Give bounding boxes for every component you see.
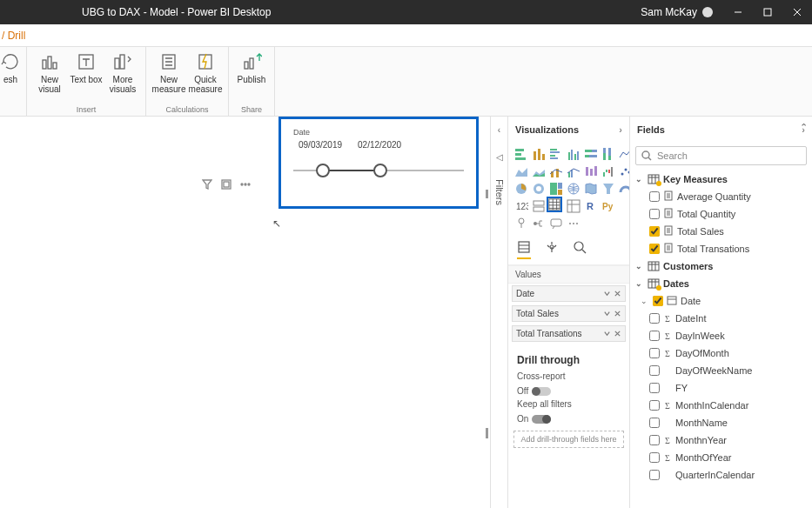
viz-treemap[interactable] xyxy=(548,181,564,197)
publish-button[interactable]: Publish xyxy=(234,49,269,84)
refresh-button[interactable]: esh xyxy=(0,49,21,84)
svg-rect-3 xyxy=(53,63,57,69)
table-customers[interactable]: ⌄ Customers xyxy=(630,257,812,275)
viz-combo2[interactable] xyxy=(566,164,581,179)
more-icon[interactable] xyxy=(240,177,251,193)
viz-r[interactable]: R xyxy=(583,198,599,214)
viz-100-bar[interactable] xyxy=(583,146,599,162)
viz-100-col[interactable] xyxy=(601,146,616,162)
close-button[interactable] xyxy=(782,0,812,24)
slicer-handle-start[interactable] xyxy=(316,164,330,177)
field-fy[interactable]: FY xyxy=(630,379,812,397)
filter-icon[interactable] xyxy=(202,177,212,193)
window-title: UBG to DAX - Model - Power BI Desktop xyxy=(82,6,271,18)
calc-icon xyxy=(663,208,674,220)
cross-report-toggle[interactable]: Off xyxy=(517,386,551,396)
viz-qa[interactable] xyxy=(548,216,564,231)
chevron-left-icon[interactable]: ‹ xyxy=(498,125,500,135)
viz-cluster-col[interactable] xyxy=(566,146,581,162)
minimize-button[interactable] xyxy=(723,0,753,24)
svg-rect-69 xyxy=(519,242,529,252)
well-total-transactions[interactable]: Total Transations xyxy=(512,325,626,342)
analytics-tab[interactable] xyxy=(573,240,587,259)
field-dayinweek[interactable]: ΣDayInWeek xyxy=(630,327,812,344)
slicer-from[interactable]: 09/03/2019 xyxy=(299,140,342,150)
drill-drop-zone[interactable]: Add drill-through fields here xyxy=(513,431,624,448)
viz-matrix[interactable] xyxy=(566,198,581,214)
viz-stacked-col[interactable] xyxy=(531,146,547,162)
viz-table-selected[interactable] xyxy=(547,197,562,212)
date-slicer[interactable]: Date 09/03/2019 02/12/2020 xyxy=(278,117,479,209)
ribbon: esh New visual Text box More visuals Ins… xyxy=(0,47,812,117)
keep-filters-toggle[interactable]: On xyxy=(517,414,551,424)
search-input[interactable]: Search xyxy=(635,146,807,165)
calc-icon xyxy=(663,190,674,203)
ribbon-group-calc: Calculations xyxy=(165,105,208,114)
viz-multi-card[interactable] xyxy=(531,198,547,214)
new-visual-button[interactable]: New visual xyxy=(32,49,67,94)
field-total-transactions[interactable]: Total Transations xyxy=(630,240,812,257)
svg-rect-1 xyxy=(43,60,46,69)
viz-area[interactable] xyxy=(513,164,529,179)
canvas-scrollbar[interactable] xyxy=(483,184,490,445)
sigma-icon: Σ xyxy=(663,453,672,463)
viz-py[interactable]: Py xyxy=(601,198,616,214)
quick-measure-button[interactable]: Quick measure xyxy=(188,49,223,94)
well-total-sales[interactable]: Total Sales xyxy=(512,305,626,322)
viz-map[interactable] xyxy=(566,181,581,197)
field-total-quantity[interactable]: Total Quantity xyxy=(630,205,812,223)
table-dates[interactable]: ⌄ Dates xyxy=(630,275,812,292)
fields-header[interactable]: Fields › xyxy=(630,117,812,143)
field-dateint[interactable]: ΣDateInt xyxy=(630,310,812,327)
viz-combo1[interactable] xyxy=(548,164,564,179)
svg-point-47 xyxy=(625,169,627,171)
collapse-chevron-icon[interactable]: ⌃ xyxy=(800,122,808,133)
well-date[interactable]: Date xyxy=(512,285,626,302)
format-tab[interactable] xyxy=(545,240,559,259)
field-dayofweekname[interactable]: DayOfWeekName xyxy=(630,362,812,379)
svg-rect-2 xyxy=(48,57,51,69)
user-name[interactable]: Sam McKay xyxy=(641,6,713,18)
slicer-handle-end[interactable] xyxy=(373,164,387,177)
viz-stacked-bar[interactable] xyxy=(513,146,529,162)
viz-waterfall[interactable] xyxy=(601,164,616,179)
maximize-button[interactable] xyxy=(753,0,782,24)
visualizations-header[interactable]: Visualizations › xyxy=(508,117,629,143)
focus-icon[interactable] xyxy=(221,177,232,193)
viz-funnel[interactable] xyxy=(601,181,616,197)
svg-rect-33 xyxy=(589,155,597,157)
viz-ribbon[interactable] xyxy=(583,164,599,179)
viz-cluster-bar[interactable] xyxy=(548,146,564,162)
viz-stacked-area[interactable] xyxy=(531,164,547,179)
report-canvas[interactable]: Date 09/03/2019 02/12/2020 ↖ xyxy=(0,117,490,508)
more-visuals-button[interactable]: More visuals xyxy=(105,49,140,94)
field-dayofmonth[interactable]: ΣDayOfMonth xyxy=(630,344,812,362)
field-date[interactable]: ⌄Date xyxy=(630,292,812,310)
viz-donut[interactable] xyxy=(531,181,547,197)
viz-filled-map[interactable] xyxy=(583,181,599,197)
field-monthname[interactable]: MonthName xyxy=(630,414,812,431)
filters-pane-collapsed[interactable]: ‹ ◁ Filters xyxy=(490,117,507,508)
calendar-icon xyxy=(667,295,677,307)
viz-pie[interactable] xyxy=(513,181,529,197)
text-box-button[interactable]: Text box xyxy=(69,49,104,94)
viz-decomp[interactable] xyxy=(531,216,547,231)
chevron-right-icon[interactable]: › xyxy=(619,124,622,135)
field-quarterincalendar[interactable]: QuarterInCalendar xyxy=(630,466,812,484)
viz-keyinf[interactable] xyxy=(513,216,529,231)
new-measure-button[interactable]: New measure xyxy=(151,49,186,94)
slicer-track[interactable] xyxy=(293,162,464,179)
viz-import[interactable] xyxy=(566,216,581,231)
viz-card[interactable]: 123 xyxy=(513,198,529,214)
table-key-measures[interactable]: ⌄ Key Measures xyxy=(630,170,812,188)
field-monthnyear[interactable]: ΣMonthnYear xyxy=(630,431,812,449)
fields-tab[interactable] xyxy=(517,240,531,259)
field-average-quantity[interactable]: Average Quantity xyxy=(630,188,812,205)
field-monthofyear[interactable]: ΣMonthOfYear xyxy=(630,449,812,466)
ribbon-subtab[interactable]: / Drill xyxy=(0,24,812,47)
slicer-to[interactable]: 02/12/2020 xyxy=(358,140,401,150)
publish-icon xyxy=(239,50,264,73)
field-total-sales[interactable]: Total Sales xyxy=(630,223,812,240)
bookmark-icon[interactable]: ◁ xyxy=(496,152,503,162)
field-monthincalendar[interactable]: ΣMonthInCalendar xyxy=(630,397,812,414)
